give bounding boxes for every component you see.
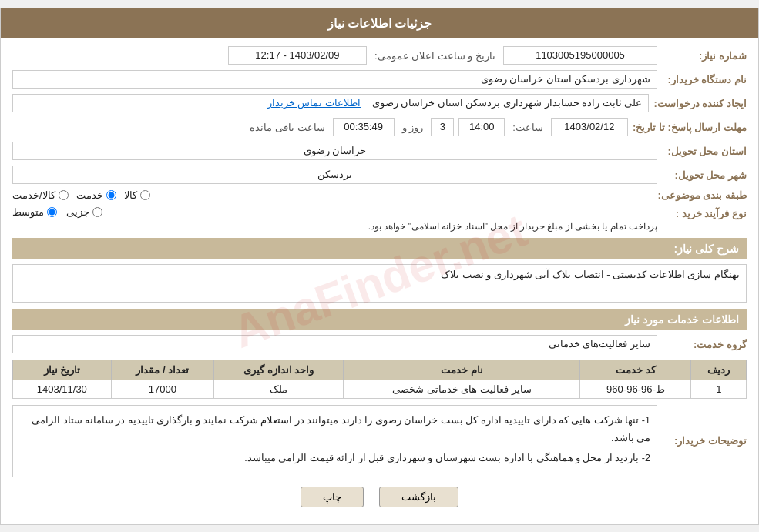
process-label: نوع فرآیند خرید : [662, 206, 747, 219]
col-date: تاریخ نیاز [13, 360, 112, 380]
buyer-note-item: 2- بازدید از محل و هماهنگی با اداره بست … [19, 450, 650, 467]
cell-row-num: 1 [691, 380, 747, 399]
process-note: پرداخت تمام یا بخشی از مبلغ خریدار از مح… [12, 221, 657, 232]
general-desc-value: بهنگام سازی اطلاعات کدبستی - انتصاب بلاک… [12, 264, 747, 303]
public-date-value: 1403/02/09 - 12:17 [228, 46, 367, 65]
table-row: 1 ط-96-96-960 سایر فعالیت های خدماتی شخص… [13, 380, 747, 399]
province-row: استان محل تحویل: خراسان رضوی [12, 142, 747, 160]
buyer-notes-row: توضیحات خریدار: 1- تنها شرکت هایی که دار… [12, 405, 747, 477]
service-group-label: گروه خدمت: [662, 339, 747, 350]
process-content: جزیی متوسط پرداخت تمام یا بخشی از مبلغ خ… [12, 206, 657, 232]
creator-text: علی ثابت زاده حسابدار شهرداری بردسکن است… [372, 97, 643, 109]
services-table: ردیف کد خدمت نام خدمت واحد اندازه گیری ت… [12, 360, 747, 399]
general-desc-row: بهنگام سازی اطلاعات کدبستی - انتصاب بلاک… [12, 264, 747, 303]
category-radio-kala-khedmat[interactable] [59, 190, 69, 200]
deadline-label: مهلت ارسال پاسخ: تا تاریخ: [633, 122, 747, 133]
col-unit: واحد اندازه گیری [214, 360, 344, 380]
buyer-notes-label: توضیحات خریدار: [662, 435, 747, 447]
buyer-org-row: نام دستگاه خریدار: شهرداری بردسکن استان … [12, 70, 747, 89]
page-title: جزئیات اطلاعات نیاز [1, 8, 758, 38]
cell-service-code: ط-96-96-960 [580, 380, 691, 399]
service-group-row: گروه خدمت: سایر فعالیت‌های خدماتی [12, 335, 747, 353]
category-label: طبقه بندی موضوعی: [657, 189, 747, 201]
buyer-note-item: 1- تنها شرکت هایی که دارای تاییدیه اداره… [19, 412, 650, 447]
creator-value: علی ثابت زاده حسابدار شهرداری بردسکن است… [12, 94, 649, 112]
general-desc-title: شرح کلی نیاز: [674, 243, 739, 255]
process-label-joz: جزیی [66, 206, 89, 218]
creator-row: ایجاد کننده درخواست: علی ثابت زاده حسابد… [12, 94, 747, 112]
cell-service-name: سایر فعالیت های خدماتی شخصی [344, 380, 580, 399]
col-row-num: ردیف [691, 360, 747, 380]
process-label-motavasset: متوسط [12, 206, 44, 218]
province-label: استان محل تحویل: [662, 146, 747, 157]
buttons-row: بازگشت چاپ [12, 487, 747, 507]
deadline-time: 14:00 [458, 118, 505, 136]
city-value: بردسکن [12, 166, 657, 184]
col-service-code: کد خدمت [580, 360, 691, 380]
request-number-value: 1103005195000005 [503, 46, 657, 65]
process-option-joz: جزیی [66, 206, 102, 218]
services-header: اطلاعات خدمات مورد نیاز [12, 309, 747, 330]
buyer-notes-content: 1- تنها شرکت هایی که دارای تاییدیه اداره… [12, 405, 657, 477]
services-title: اطلاعات خدمات مورد نیاز [625, 313, 739, 326]
buyer-org-value: شهرداری بردسکن استان خراسان رضوی [12, 70, 657, 89]
process-row: نوع فرآیند خرید : جزیی متوسط پرداخت تمام… [12, 206, 747, 232]
contact-link[interactable]: اطلاعات تماس خریدار [267, 97, 361, 109]
page-wrapper: جزئیات اطلاعات نیاز AnaFinder.net شماره … [0, 8, 759, 525]
category-options: کالا خدمت کالا/خدمت [12, 189, 653, 201]
col-quantity: تعداد / مقدار [111, 360, 213, 380]
category-radio-khedmat[interactable] [106, 190, 116, 200]
general-desc-header: شرح کلی نیاز: [12, 238, 747, 259]
category-option-kala: کالا [124, 189, 150, 201]
cell-unit: ملک [214, 380, 344, 399]
category-option-kala-khedmat: کالا/خدمت [12, 189, 69, 201]
buyer-org-label: نام دستگاه خریدار: [662, 74, 747, 85]
category-label-khedmat: خدمت [76, 189, 103, 201]
cell-date: 1403/11/30 [13, 380, 112, 399]
print-button[interactable]: چاپ [301, 487, 364, 507]
content-area: AnaFinder.net شماره نیاز: 11030051950000… [1, 38, 758, 524]
deadline-days-label: روز و [402, 122, 424, 133]
public-date-label: تاریخ و ساعت اعلان عمومی: [374, 50, 495, 62]
creator-label: ایجاد کننده درخواست: [653, 98, 747, 109]
deadline-days: 3 [431, 118, 454, 136]
category-radio-kala[interactable] [140, 190, 150, 200]
process-radio-motavasset[interactable] [47, 207, 57, 217]
request-number-row: شماره نیاز: 1103005195000005 تاریخ و ساع… [12, 46, 747, 65]
category-label-kala-khedmat: کالا/خدمت [12, 189, 55, 201]
cell-quantity: 17000 [111, 380, 213, 399]
process-options: جزیی متوسط [12, 206, 657, 218]
process-radio-joz[interactable] [92, 207, 102, 217]
deadline-date: 1403/02/12 [551, 118, 628, 136]
col-service-name: نام خدمت [344, 360, 580, 380]
deadline-time-label: ساعت: [512, 122, 543, 133]
deadline-row: مهلت ارسال پاسخ: تا تاریخ: 1403/02/12 سا… [12, 118, 747, 136]
deadline-remain-label: ساعت باقی مانده [250, 122, 324, 133]
city-row: شهر محل تحویل: بردسکن [12, 166, 747, 184]
back-button[interactable]: بازگشت [379, 487, 458, 507]
service-group-value: سایر فعالیت‌های خدماتی [12, 335, 657, 353]
category-row: طبقه بندی موضوعی: کالا خدمت کالا/خدمت [12, 189, 747, 201]
category-label-kala: کالا [124, 189, 137, 201]
category-option-khedmat: خدمت [76, 189, 116, 201]
process-option-motavasset: متوسط [12, 206, 57, 218]
deadline-remain: 00:35:49 [333, 118, 395, 136]
city-label: شهر محل تحویل: [662, 169, 747, 181]
request-number-label: شماره نیاز: [662, 50, 747, 62]
province-value: خراسان رضوی [12, 142, 657, 160]
